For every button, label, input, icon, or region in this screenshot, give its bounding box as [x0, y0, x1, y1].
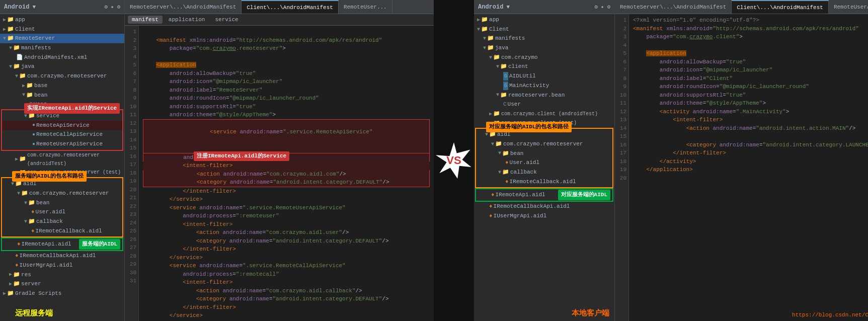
item-label: com.crazymo.remoteserver	[503, 139, 583, 149]
tree-item-java-r[interactable]: ▼ 📁 java	[474, 43, 614, 53]
tab-client-manifest[interactable]: Client\...\AndroidManifest	[242, 0, 339, 14]
class-icon: C	[503, 100, 507, 109]
tab-remoteserver-manifest[interactable]: RemoteServer\...\AndroidManifest	[125, 0, 242, 14]
tree-item-iremoteapi-group: ♦ IRemoteApi.aidl 服务端的AIDL	[1, 237, 123, 251]
item-label: base	[34, 81, 47, 91]
item-label: app	[15, 15, 25, 25]
left-tree: ▶ 📁 app ▶ 📁 Client ▼ 📁 RemoteServer ▼ 📁	[0, 14, 124, 298]
tree-item-callback[interactable]: ▼ 📁 callback	[2, 217, 122, 226]
tree-item-app-r[interactable]: ▶ 📁 app	[474, 15, 614, 25]
tree-item-iremoteapi-r[interactable]: ♦ IRemoteApi.aidl	[476, 190, 558, 200]
tree-item-remotecallapiservice[interactable]: ● RemoteCallApiService	[2, 130, 122, 139]
aidl-icon: ♦	[489, 202, 493, 211]
tree-item-manifests-r[interactable]: ▼ 📁 manifests	[474, 34, 614, 43]
tree-item-androidmanifest[interactable]: 📄 AndroidManifest.xml	[0, 53, 124, 62]
arrow-icon: ▶	[15, 155, 18, 164]
tree-item-iremotecallbackapi[interactable]: ♦ IRemoteCallbackApi.aidl	[0, 251, 124, 261]
tree-item-com-crazymo[interactable]: ▼ 📁 com.crazymo.remoteserver	[0, 71, 124, 81]
tree-item-remoteserver-bean[interactable]: ▼ 📁 remoteserver.bean	[474, 91, 614, 100]
item-label: app	[489, 15, 499, 25]
tree-item-mainactivity[interactable]: G MainActivity	[474, 81, 614, 91]
tree-item-com-crazymo-client-androidtest[interactable]: ▶ 📁 com.crazymo.client (androidTest)	[474, 109, 614, 119]
star-icon[interactable]: ✦	[111, 4, 114, 10]
item-label: com.crazymo.client (androidTest)	[501, 110, 598, 118]
folder-icon: 📁	[19, 71, 26, 81]
item-label: IRemoteCallback.aidl	[36, 226, 102, 236]
vs-separator: VS	[434, 0, 474, 321]
dropdown-icon[interactable]: ▼	[32, 4, 36, 10]
tree-item-client-pkg[interactable]: ▼ 📁 client	[474, 62, 614, 71]
tree-item-user-r[interactable]: C User	[474, 100, 614, 109]
tab-remoteuserapk-r[interactable]: RemoteUserApp...	[829, 0, 868, 14]
tree-item-com-crazymo-r[interactable]: ▼ 📁 com.crazymo	[474, 53, 614, 62]
item-label: Client	[489, 25, 509, 34]
tree-item-iremotecallback-r[interactable]: ♦ IRemoteCallback.aidl	[476, 177, 612, 187]
tree-item-com-crazymo-remoteserver-r[interactable]: ▼ 📁 com.crazymo.remoteserver	[476, 139, 612, 149]
item-label: IUserMgrApi.aidl	[20, 261, 73, 270]
tree-item-bean[interactable]: ▼ 📁 bean	[0, 91, 124, 100]
subtab-manifest[interactable]: manifest	[128, 16, 163, 24]
star-icon-r[interactable]: ✦	[601, 4, 604, 10]
annotation-service: 实现IRemoteApi.aidl的Service	[24, 103, 120, 114]
tree-item-base[interactable]: ▶ 📁 base	[0, 81, 124, 91]
tree-item-manifests[interactable]: ▼ 📁 manifests	[0, 43, 124, 53]
tree-item-bean-r[interactable]: ▼ 📁 bean	[476, 149, 612, 158]
right-line-numbers: 1234567891011121314151617181920	[615, 14, 629, 321]
tree-item-java[interactable]: ▼ 📁 java	[0, 62, 124, 71]
tree-item-remoteuserapiservice[interactable]: ● RemoteUserApiService	[2, 139, 122, 149]
arrow-icon: ▼	[489, 53, 492, 62]
gear-icon[interactable]: ⚙	[117, 4, 120, 10]
service-icon: ●	[32, 130, 35, 139]
tab-remoteserver-manifest-r[interactable]: RemoteServer\...\AndroidManifest	[615, 0, 732, 14]
aidl-icon: ♦	[31, 226, 35, 236]
tree-item-iremotecallbackapi-r[interactable]: ♦ IRemoteCallbackApi.aidl	[474, 202, 614, 211]
tree-item-com-androidtest[interactable]: ▶ 📁 com.crazymo.remoteserver (androidTes…	[0, 151, 124, 168]
tree-item-app[interactable]: ▶ 📁 app	[0, 15, 124, 25]
dropdown-icon-r[interactable]: ▼	[506, 4, 510, 10]
settings-icon[interactable]: ⚙	[104, 4, 108, 10]
item-label: server	[21, 279, 41, 289]
tree-item-remoteserver[interactable]: ▼ 📁 RemoteServer	[0, 34, 124, 43]
item-label: manifests	[495, 34, 525, 43]
tree-item-user-aidl[interactable]: ♦ User.aidl	[2, 207, 122, 217]
folder-icon: 📁	[21, 189, 28, 198]
subtab-service[interactable]: service	[211, 16, 242, 24]
right-tab-bar: RemoteServer\...\AndroidManifest Client\…	[615, 0, 868, 14]
annotation-aidl-path-r: 对应服务端的AIDL的包名和路径	[486, 122, 572, 132]
tree-item-server[interactable]: ▶ 📁 server	[0, 279, 124, 289]
subtab-application[interactable]: application	[165, 16, 209, 24]
tree-item-com-crazymo-aidl[interactable]: ▼ 📁 com.crazymo.remoteserver	[2, 189, 122, 198]
tree-item-res[interactable]: ▶ 📁 res	[0, 270, 124, 280]
tree-item-user-aidl-r[interactable]: ♦ User.aidl	[476, 158, 612, 168]
arrow-icon: ▶	[3, 16, 6, 24]
folder-icon: 📁	[493, 53, 500, 62]
folder-icon: 📁	[502, 149, 509, 158]
tab-remoteuser[interactable]: RemoteUser...	[339, 0, 392, 14]
right-editor: RemoteServer\...\AndroidManifest Client\…	[615, 0, 868, 321]
tree-item-client[interactable]: ▶ 📁 Client	[0, 25, 124, 34]
item-label: User.aidl	[510, 158, 539, 168]
tree-item-callback-r[interactable]: ▼ 📁 callback	[476, 168, 612, 177]
item-label: IRemoteApi.aidl	[496, 190, 545, 200]
arrow-icon: ▼	[491, 140, 494, 148]
tree-item-bean-aidl[interactable]: ▼ 📁 bean	[2, 198, 122, 208]
left-editor: RemoteServer\...\AndroidManifest Client\…	[125, 0, 434, 321]
tree-item-iremotecallback[interactable]: ♦ IRemoteCallback.aidl	[2, 226, 122, 236]
item-label: client	[508, 62, 528, 71]
tree-item-client-r[interactable]: ▼ 📁 Client	[474, 25, 614, 34]
tree-item-iusermgrapi[interactable]: ♦ IUserMgrApi.aidl	[0, 261, 124, 270]
item-label: bean	[36, 198, 49, 208]
folder-icon: 📁	[26, 81, 33, 91]
tree-item-remoteapiservice[interactable]: ● RemoteApiService	[2, 121, 122, 130]
item-label: RemoteCallApiService	[36, 130, 103, 139]
service-icon: ●	[32, 140, 35, 148]
gear-icon-r[interactable]: ⚙	[607, 4, 610, 10]
tree-item-aidlutil[interactable]: G AIDLUtil	[474, 71, 614, 81]
settings-icon-r[interactable]: ⚙	[594, 4, 598, 10]
arrow-icon: ▼	[498, 168, 501, 177]
tab-client-manifest-r[interactable]: Client\...\AndroidManifest	[732, 0, 829, 14]
tree-item-iremoteapi[interactable]: ♦ IRemoteApi.aidl	[2, 239, 79, 249]
tree-item-gradle[interactable]: ▶ 📁 Gradle Scripts	[0, 289, 124, 298]
tree-item-iusermgrapi-r[interactable]: ♦ IUserMgrApi.aidl	[474, 211, 614, 221]
interface-icon: G	[503, 82, 508, 90]
